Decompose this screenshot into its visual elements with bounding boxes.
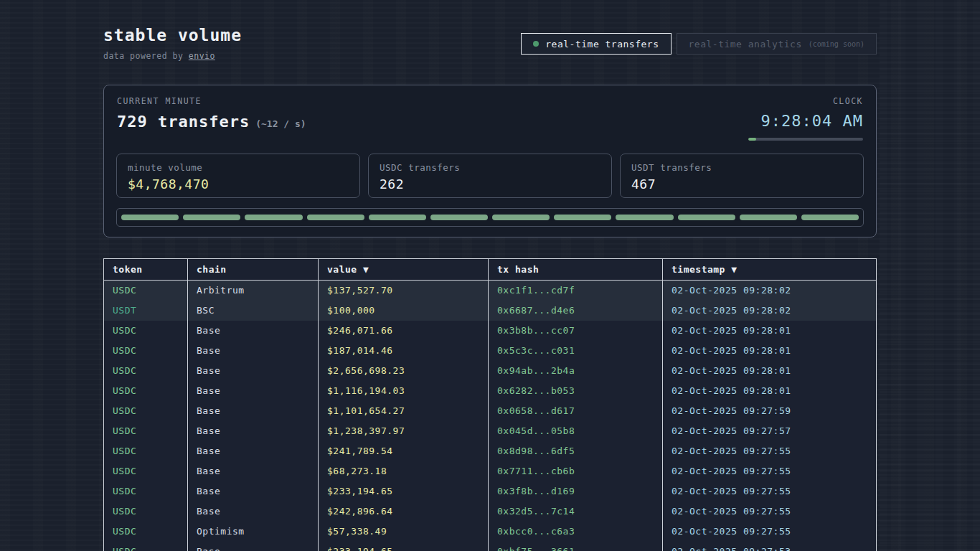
stat-card-value: 262 <box>380 176 600 192</box>
token-cell: USDC <box>104 542 188 551</box>
transfers-count-line: 729 transfers (~12 / s) <box>117 113 306 131</box>
chain-cell: Base <box>188 542 319 551</box>
minute-segment <box>245 215 302 220</box>
timestamp-cell: 02-Oct-2025 09:27:57 <box>663 421 877 441</box>
token-cell: USDC <box>104 441 188 461</box>
clock-box: CLOCK 9:28:04 AM <box>748 96 863 141</box>
tx-hash-link[interactable]: 0x5c3c...c031 <box>489 341 663 361</box>
chain-cell: BSC <box>188 301 319 321</box>
column-header-value[interactable]: value ▼ <box>319 259 489 281</box>
chain-cell: Arbitrum <box>188 281 319 301</box>
chain-cell: Base <box>188 421 319 441</box>
tx-hash-link[interactable]: 0x045d...05b8 <box>489 421 663 441</box>
minute-segment-bar <box>116 208 864 227</box>
view-tabs: real-time transfers real-time analytics … <box>521 33 877 55</box>
minute-segment <box>554 215 611 220</box>
minute-segment <box>740 215 797 220</box>
token-cell: USDC <box>104 381 188 401</box>
tx-hash-link[interactable]: 0x6282...b053 <box>489 381 663 401</box>
value-cell: $246,071.66 <box>319 321 489 341</box>
tx-hash-link[interactable]: 0x3b8b...cc07 <box>489 321 663 341</box>
value-cell: $1,101,654.27 <box>319 401 489 421</box>
stat-subcards: minute volume$4,768,470USDC transfers262… <box>116 154 864 198</box>
table-row: USDCBase$233,194.650x3f8b...d16902-Oct-2… <box>104 481 877 501</box>
current-minute-card: CURRENT MINUTE 729 transfers (~12 / s) C… <box>103 85 877 237</box>
table-row: USDCBase$1,238,397.970x045d...05b802-Oct… <box>104 421 877 441</box>
minute-segment <box>121 215 179 220</box>
table-row: USDCOptimism$57,338.490xbcc0...c6a302-Oc… <box>104 522 877 542</box>
transfers-summary: CURRENT MINUTE 729 transfers (~12 / s) <box>117 96 306 131</box>
timestamp-cell: 02-Oct-2025 09:28:01 <box>663 321 877 341</box>
tx-hash-link[interactable]: 0x94ab...2b4a <box>489 361 663 381</box>
minute-segment <box>801 215 859 220</box>
table-header-row: tokenchainvalue ▼tx hashtimestamp ▼ <box>104 259 877 281</box>
chain-cell: Base <box>188 341 319 361</box>
value-cell: $137,527.70 <box>319 281 489 301</box>
clock-time: 9:28:04 AM <box>748 112 863 130</box>
timestamp-cell: 02-Oct-2025 09:27:59 <box>663 401 877 421</box>
tx-hash-link[interactable]: 0xc1f1...cd7f <box>489 281 663 301</box>
timestamp-cell: 02-Oct-2025 09:28:02 <box>663 281 877 301</box>
clock-progress-fill <box>748 138 756 141</box>
table-row: USDTBSC$100,0000x6687...d4e602-Oct-2025 … <box>104 301 877 321</box>
minute-segment <box>430 215 488 220</box>
value-cell: $1,116,194.03 <box>319 381 489 401</box>
chain-cell: Base <box>188 461 319 481</box>
minute-segment <box>678 215 735 220</box>
page-title: stable volume <box>103 26 242 44</box>
transfers-rate: (~12 / s) <box>255 118 306 129</box>
tx-hash-link[interactable]: 0xbcc0...c6a3 <box>489 522 663 542</box>
timestamp-cell: 02-Oct-2025 09:27:55 <box>663 481 877 501</box>
table-row: USDCBase$2,656,698.230x94ab...2b4a02-Oct… <box>104 361 877 381</box>
value-cell: $68,273.18 <box>319 461 489 481</box>
tab-realtime-analytics-label: real-time analytics <box>689 39 802 50</box>
envio-link[interactable]: envio <box>189 51 215 61</box>
tx-hash-link[interactable]: 0x32d5...7c14 <box>489 501 663 522</box>
table-row: USDCBase$187,014.460x5c3c...c03102-Oct-2… <box>104 341 877 361</box>
chain-cell: Base <box>188 381 319 401</box>
table-row: USDCBase$1,116,194.030x6282...b05302-Oct… <box>104 381 877 401</box>
chain-cell: Base <box>188 441 319 461</box>
tab-realtime-analytics: real-time analytics (coming soon) <box>677 33 877 55</box>
tab-realtime-transfers-label: real-time transfers <box>545 39 659 50</box>
chain-cell: Base <box>188 361 319 381</box>
chain-cell: Base <box>188 501 319 522</box>
token-cell: USDC <box>104 361 188 381</box>
value-cell: $233,194.65 <box>319 481 489 501</box>
value-cell: $2,656,698.23 <box>319 361 489 381</box>
value-cell: $242,896.64 <box>319 501 489 522</box>
tx-hash-link[interactable]: 0x6687...d4e6 <box>489 301 663 321</box>
stat-card-usdc-transfers: USDC transfers262 <box>368 154 612 198</box>
page-container: stable volume data powered by envio real… <box>103 0 877 551</box>
value-cell: $241,789.54 <box>319 441 489 461</box>
table-row: USDCBase$246,071.660x3b8b...cc0702-Oct-2… <box>104 321 877 341</box>
table-row: USDCArbitrum$137,527.700xc1f1...cd7f02-O… <box>104 281 877 301</box>
value-cell: $187,014.46 <box>319 341 489 361</box>
stat-card-value: $4,768,470 <box>128 176 349 192</box>
live-dot-icon <box>533 41 539 47</box>
token-cell: USDT <box>104 301 188 321</box>
tx-hash-link[interactable]: 0x7711...cb6b <box>489 461 663 481</box>
table-row: USDCBase$233,194.650xbf75...366102-Oct-2… <box>104 542 877 551</box>
transfers-count: 729 transfers <box>117 113 250 131</box>
stat-card-label: USDC transfers <box>380 162 600 173</box>
value-cell: $1,238,397.97 <box>319 421 489 441</box>
tx-hash-link[interactable]: 0xbf75...3661 <box>489 542 663 551</box>
minute-segment <box>183 215 240 220</box>
token-cell: USDC <box>104 461 188 481</box>
value-cell: $57,338.49 <box>319 522 489 542</box>
stat-card-value: 467 <box>631 176 852 192</box>
timestamp-cell: 02-Oct-2025 09:28:01 <box>663 341 877 361</box>
tx-hash-link[interactable]: 0x8d98...6df5 <box>489 441 663 461</box>
tx-hash-link[interactable]: 0x0658...d617 <box>489 401 663 421</box>
powered-by-text: data powered by envio <box>103 51 242 61</box>
minute-segment <box>307 215 364 220</box>
timestamp-cell: 02-Oct-2025 09:27:55 <box>663 441 877 461</box>
tab-realtime-transfers[interactable]: real-time transfers <box>521 33 671 55</box>
token-cell: USDC <box>104 501 188 522</box>
tx-hash-link[interactable]: 0x3f8b...d169 <box>489 481 663 501</box>
timestamp-cell: 02-Oct-2025 09:28:01 <box>663 361 877 381</box>
column-header-timestamp[interactable]: timestamp ▼ <box>663 259 877 281</box>
current-minute-label: CURRENT MINUTE <box>117 96 306 106</box>
column-header-tx-hash: tx hash <box>489 259 663 281</box>
